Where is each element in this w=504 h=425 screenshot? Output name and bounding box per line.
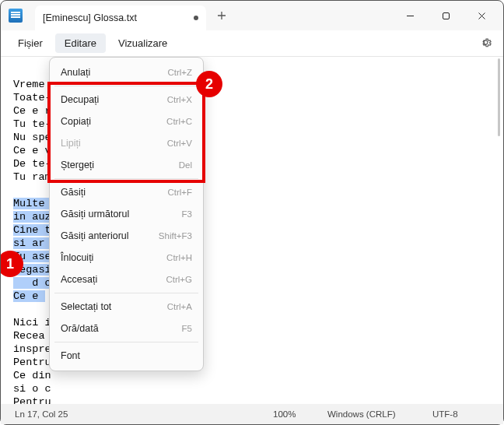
gear-icon	[479, 36, 492, 49]
menubar: Fișier Editare Vizualizare	[1, 30, 503, 57]
menu-item-datetime[interactable]: Oră/datăF5	[50, 318, 203, 339]
menu-item-find-next[interactable]: Găsiți următorulF3	[50, 203, 203, 225]
annotation-badge-2: 2	[196, 71, 222, 97]
scrollbar-thumb[interactable]	[498, 58, 500, 136]
new-tab-button[interactable]	[211, 5, 233, 26]
minimize-button[interactable]	[393, 4, 427, 27]
document-tab[interactable]: [Eminescu] Glossa.txt	[35, 5, 206, 30]
menu-item-goto[interactable]: AccesațiCtrl+G	[50, 269, 203, 290]
selected-text: Multe in auz Cine t si ar Tu ase Regasi …	[13, 198, 51, 302]
menu-item-select-all[interactable]: Selectați totCtrl+A	[50, 296, 203, 318]
menu-item-paste[interactable]: LipițiCtrl+V	[50, 132, 203, 154]
status-encoding: UTF-8	[432, 409, 458, 419]
menu-view[interactable]: Vizualizare	[109, 33, 177, 53]
titlebar: [Eminescu] Glossa.txt	[1, 1, 503, 30]
tab-strip: [Eminescu] Glossa.txt	[1, 1, 393, 30]
menu-separator	[54, 86, 198, 86]
menu-item-find-prev[interactable]: Găsiți anteriorulShift+F3	[50, 225, 203, 247]
close-button[interactable]	[464, 4, 499, 27]
status-line-ending: Windows (CRLF)	[327, 409, 396, 419]
menu-item-replace[interactable]: ÎnlocuițiCtrl+H	[50, 247, 203, 269]
statusbar: Ln 17, Col 25 100% Windows (CRLF) UTF-8	[1, 404, 503, 424]
menu-item-undo[interactable]: AnulațiCtrl+Z	[50, 61, 203, 83]
svg-rect-0	[443, 12, 449, 19]
maximize-button[interactable]	[429, 4, 463, 27]
menu-item-font[interactable]: Font	[50, 345, 203, 367]
menu-separator	[54, 342, 198, 342]
menu-item-cut[interactable]: DecupațiCtrl+X	[50, 89, 203, 111]
menu-edit[interactable]: Editare	[55, 33, 106, 53]
menu-item-delete[interactable]: ȘtergețiDel	[50, 154, 203, 176]
menu-file[interactable]: Fișier	[9, 33, 52, 53]
notepad-app-icon	[9, 9, 23, 23]
window-controls	[393, 1, 503, 30]
menu-separator	[54, 293, 198, 293]
status-zoom[interactable]: 100%	[273, 409, 296, 419]
settings-button[interactable]	[476, 33, 495, 54]
menu-item-find[interactable]: GăsițiCtrl+F	[50, 181, 203, 203]
notepad-window: [Eminescu] Glossa.txt Fișier Editare Viz…	[0, 0, 504, 425]
vertical-scrollbar[interactable]	[492, 58, 501, 401]
status-caret-position: Ln 17, Col 25	[15, 409, 68, 419]
menu-separator	[54, 178, 198, 179]
unsaved-indicator-icon	[194, 16, 198, 20]
editor-area: Vreme Toate- Ce e r Tu te- Nu spe Ce e v…	[1, 57, 503, 404]
menu-item-copy[interactable]: CopiațiCtrl+C	[50, 111, 203, 132]
plus-icon	[217, 11, 226, 20]
tab-title: [Eminescu] Glossa.txt	[43, 12, 137, 23]
edit-dropdown: AnulațiCtrl+Z DecupațiCtrl+X CopiațiCtrl…	[49, 57, 204, 371]
